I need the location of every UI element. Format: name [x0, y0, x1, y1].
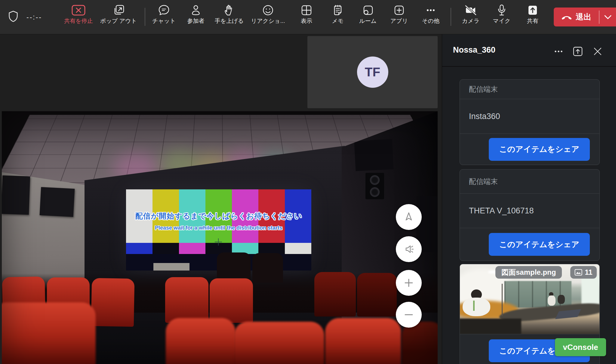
wait-message-ja: 配信が開始するまで今しばらくお待ちください	[126, 211, 311, 221]
chevron-down-icon	[604, 15, 612, 20]
toolbar-item-reactions[interactable]: リアクショ...	[249, 5, 287, 32]
device-name: Insta360	[469, 112, 500, 121]
theater-seat	[91, 278, 135, 327]
meeting-stage: TF	[0, 34, 442, 364]
apps-icon	[393, 5, 405, 16]
toolbar-item-share[interactable]: 共有	[514, 5, 551, 32]
app-side-panel: Nossa_360 配信端末 Insta360 このアイテムをシェア	[442, 34, 616, 364]
toolbar-item-label: アプリ	[390, 18, 408, 24]
theater-seat-front	[402, 322, 438, 364]
theater-seat	[210, 278, 253, 323]
toolbar-item-label: ルーム	[359, 18, 377, 24]
toolbar-item-label: 共有を停止	[64, 18, 93, 24]
theater-seat-front	[166, 318, 236, 364]
zoom-in-icon	[403, 277, 415, 289]
toolbar-item-label: 共有	[527, 18, 538, 24]
recenter-view-button[interactable]	[396, 204, 422, 230]
meeting-window: --:-- 共有を停止 ポップ アウト チャット 参加者	[0, 0, 616, 364]
announce-mute-button[interactable]	[396, 236, 422, 262]
leave-label: 退出	[576, 12, 591, 22]
avatar: TF	[357, 57, 388, 88]
pano-window	[581, 275, 599, 306]
popout-icon	[112, 5, 125, 16]
device-label: 配信端末	[469, 177, 498, 186]
toolbar-item-participants[interactable]: 参加者	[177, 5, 214, 32]
panel-popout-button[interactable]	[572, 45, 584, 57]
more-icon	[425, 5, 437, 16]
panel-more-button[interactable]	[553, 45, 565, 57]
participant-tile[interactable]: TF	[307, 36, 438, 108]
thumbnail-count-badge: 11	[570, 266, 597, 279]
stream-device-card: 配信端末 THETA V_106718 このアイテムをシェア	[460, 169, 600, 261]
theater-seat	[357, 273, 397, 317]
image-count-icon	[574, 269, 582, 276]
vconsole-button[interactable]: vConsole	[555, 338, 606, 356]
phone-down-icon	[561, 14, 572, 20]
toolbar-item-raise-hand[interactable]: 手を上げる	[211, 5, 248, 32]
share-screen-active-icon	[527, 5, 539, 16]
security-shield-icon	[8, 11, 19, 23]
pano-mic-stand	[502, 284, 503, 316]
pano-person-lanyard	[473, 301, 475, 311]
mic-icon	[497, 5, 506, 16]
zoom-in-button[interactable]	[396, 270, 422, 296]
pano-desk-left	[460, 319, 521, 334]
device-label: 配信端末	[469, 84, 498, 94]
toolbar-divider	[451, 8, 451, 26]
toolbar-item-label: 参加者	[187, 18, 205, 24]
panel-close-icon	[593, 47, 602, 56]
pano-person	[548, 295, 556, 306]
chat-icon	[158, 5, 170, 16]
theater-seat-front	[2, 302, 96, 364]
toolbar-item-label: マイク	[493, 18, 510, 24]
toolbar-item-label: カメラ	[462, 18, 479, 24]
scene-acoustic-panel	[2, 175, 30, 215]
meeting-timer: --:--	[26, 13, 42, 21]
share-item-button[interactable]: このアイテムをシェア	[489, 233, 590, 256]
theater-seat-front	[325, 318, 401, 364]
device-card-header: 配信端末	[460, 170, 599, 194]
view-icon	[301, 5, 312, 16]
toolbar-item-label: その他	[422, 18, 439, 24]
panel-close-button[interactable]	[592, 45, 604, 57]
stop-share-icon	[72, 5, 85, 16]
pano-person	[558, 295, 565, 304]
speaker-driver	[370, 175, 380, 185]
stream-device-card: 配信端末 Insta360 このアイテムをシェア	[460, 79, 600, 165]
share-item-button[interactable]: このアイテムをシェア	[489, 138, 590, 161]
device-card-header: 配信端末	[460, 80, 599, 99]
camera-off-icon	[464, 5, 477, 16]
leave-options-button[interactable]	[599, 15, 616, 20]
toolbar-item-stop-share[interactable]: 共有を停止	[60, 5, 97, 32]
leave-button[interactable]: 退出	[554, 8, 616, 26]
panel-popout-icon	[573, 46, 583, 57]
toolbar-item-more[interactable]: その他	[412, 5, 449, 32]
theater-seat	[314, 272, 356, 317]
colorbar-gray-block	[153, 263, 189, 271]
scene-speaker	[365, 173, 384, 199]
zoom-out-icon	[403, 309, 415, 321]
rooms-icon	[362, 5, 374, 16]
toolbar-item-label: リアクショ...	[251, 18, 285, 24]
raise-hand-icon	[224, 5, 235, 16]
reactions-icon	[262, 5, 274, 16]
shared-screen-video[interactable]: 配信が開始するまで今しばらくお待ちください Please wait for a …	[2, 111, 438, 364]
device-card-value-row: THETA V_106718	[460, 194, 599, 228]
nav-icon	[402, 210, 415, 224]
announce-icon	[402, 243, 415, 256]
toolbar-item-popout[interactable]: ポップ アウト	[100, 5, 137, 32]
participants-icon	[190, 5, 202, 16]
theater-seat-front	[234, 322, 324, 364]
image-count: 11	[585, 268, 592, 277]
toolbar-item-label: 表示	[301, 18, 312, 24]
zoom-out-button[interactable]	[396, 302, 422, 328]
device-card-action-row: このアイテムをシェア	[460, 134, 599, 165]
pano-person-body	[463, 298, 490, 316]
toolbar-item-label: 手を上げる	[215, 18, 244, 24]
wait-message-en: Please wait for a while until the distri…	[126, 225, 311, 231]
thumbnail-360-image[interactable]: 図面sample.png 11	[460, 264, 599, 334]
panel-title: Nossa_360	[453, 45, 495, 55]
meeting-toolbar: --:-- 共有を停止 ポップ アウト チャット 参加者	[0, 0, 616, 34]
panel-header: Nossa_360	[442, 34, 616, 67]
notes-icon	[333, 5, 343, 16]
